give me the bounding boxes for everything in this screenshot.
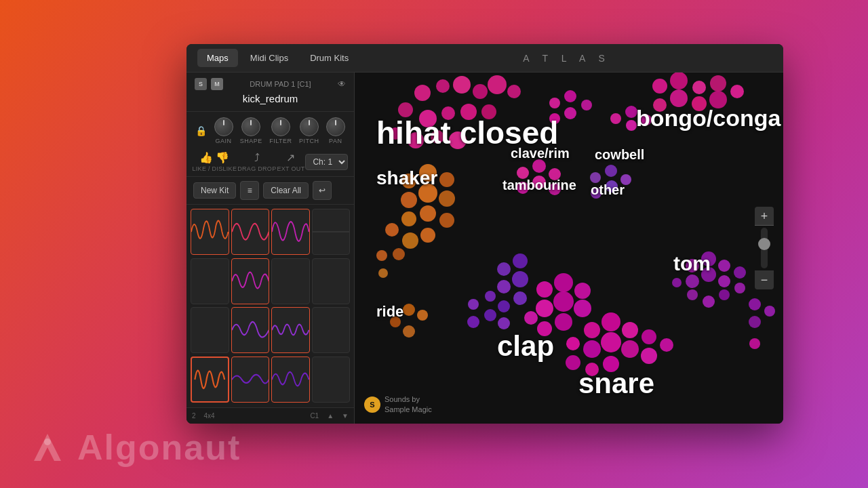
svg-point-53 [532,176,546,189]
svg-point-97 [686,259,699,272]
svg-point-24 [730,85,744,98]
svg-point-31 [625,106,637,118]
zoom-in-button[interactable]: + [755,207,774,226]
svg-point-34 [401,174,416,188]
svg-point-92 [498,317,510,329]
svg-point-56 [605,165,617,177]
svg-point-67 [536,300,553,317]
label-shaker: shaker [376,167,437,189]
svg-point-37 [401,192,417,208]
ext-out-icon: ↗ [286,151,295,164]
svg-point-108 [672,278,682,287]
svg-point-96 [467,316,479,328]
svg-point-66 [574,283,591,299]
drag-drop-btn[interactable]: ⤴ DRAG DROP [237,152,276,172]
label-cowbell: cowbell [595,147,644,163]
svg-point-80 [641,348,657,364]
top-nav: Maps Midi Clips Drum Kits A T L A S [186,44,783,73]
svg-point-48 [378,268,388,278]
tab-drum-kits[interactable]: Drum Kits [300,49,358,67]
pad-cell-6[interactable] [231,258,270,304]
label-clave-rim: clave/rim [511,146,570,161]
pad-grid [186,205,354,407]
tab-maps[interactable]: Maps [197,49,238,67]
svg-point-12 [389,127,401,140]
svg-point-112 [749,338,760,349]
lock-icon[interactable]: 🔒 [195,125,207,136]
svg-point-42 [439,213,454,228]
like-dislike-label: LIKE / DISLIKE [193,165,237,172]
filter-knob[interactable] [271,117,290,136]
svg-point-105 [719,289,730,300]
svg-point-64 [536,281,553,298]
app-title: A T L A S [361,53,772,64]
svg-point-9 [441,106,455,120]
clear-all-button[interactable]: Clear All [263,182,309,199]
main-content: S M DRUM PAD 1 [C1] 👁 kick_redrum 🔒 GAIN… [186,73,783,424]
pad-cell-8[interactable] [312,258,351,304]
svg-point-98 [701,251,716,266]
svg-point-100 [686,274,699,288]
label-clap: clap [497,330,554,363]
pad-cell-14[interactable] [231,357,270,403]
svg-point-111 [764,306,775,317]
svg-point-61 [390,317,401,327]
pad-cell-7[interactable] [271,258,310,304]
shape-knob[interactable] [241,117,260,136]
svg-point-45 [420,228,435,243]
knobs-row: 🔒 GAIN SHAPE FILTER PITCH [186,112,354,147]
zoom-out-button[interactable]: − [755,270,774,289]
pad-cell-9[interactable] [191,307,229,353]
knob-filter: FILTER [269,117,292,144]
pad-cell-13[interactable] [191,357,229,403]
shape-label: SHAPE [240,138,262,144]
svg-point-4 [473,84,488,99]
pan-knob[interactable] [326,117,345,136]
svg-point-69 [574,300,591,317]
pitch-knob[interactable] [300,117,319,136]
eye-icon[interactable]: 👁 [338,79,346,89]
pad-cell-3[interactable] [271,209,310,255]
timesig-status: 4x4 [204,412,215,420]
new-kit-button[interactable]: New Kit [193,182,236,199]
pad-cell-1[interactable] [191,209,229,255]
svg-point-93 [485,291,496,302]
pad-cell-15[interactable] [271,357,310,403]
atlas-panel[interactable]: shaker hihat closed bongo/conga clave/ri… [355,73,783,424]
drag-drop-icon: ⤴ [254,152,260,164]
m-badge[interactable]: M [211,78,223,90]
svg-point-1 [414,85,431,101]
svg-point-50 [532,159,546,173]
pad-cell-12[interactable] [312,307,351,353]
pad-cell-4[interactable] [312,209,351,255]
svg-point-70 [537,321,552,336]
svg-point-75 [622,322,638,338]
svg-point-106 [703,296,715,308]
kit-menu-button[interactable]: ≡ [240,181,259,200]
s-badge[interactable]: S [195,78,207,90]
pad-cell-10[interactable] [231,307,270,353]
svg-point-23 [709,91,727,108]
svg-point-0 [44,439,51,445]
tab-midi-clips[interactable]: Midi Clips [241,49,298,67]
ext-out-btn[interactable]: ↗ EXT OUT [277,151,304,172]
svg-point-47 [393,248,405,260]
svg-point-83 [566,355,580,370]
pad-cell-16[interactable] [312,357,351,403]
svg-point-91 [498,300,510,312]
undo-button[interactable]: ↩ [313,181,332,200]
svg-point-104 [734,283,745,293]
pad-cell-11[interactable] [271,307,310,353]
svg-point-8 [419,110,437,127]
svg-point-76 [583,340,601,358]
pad-cell-5[interactable] [191,258,229,304]
sample-magic-icon: S [364,396,380,413]
gain-knob[interactable] [214,117,233,136]
label-snare: snare [578,367,654,400]
like-dislike-btn[interactable]: 👍 👎 LIKE / DISLIKE [193,151,237,172]
pad-cell-2[interactable] [231,209,270,255]
svg-point-58 [591,188,601,199]
channel-select[interactable]: Ch: 1 Ch: 2 Ch: 3 [305,154,348,170]
actions-row: 👍 👎 LIKE / DISLIKE ⤴ DRAG DROP ↗ EXT OUT… [186,147,354,177]
label-bongo-conga: bongo/conga [636,105,781,131]
